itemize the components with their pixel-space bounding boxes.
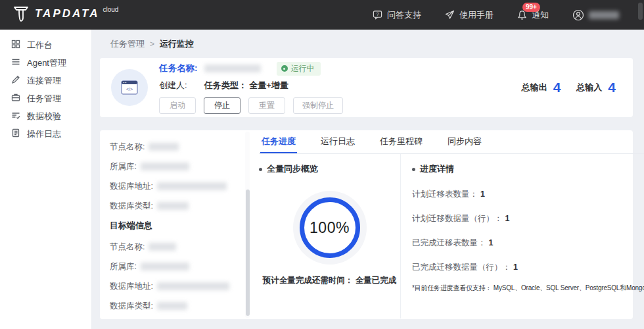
planned-tables-label: 计划迁移表数量： [412, 190, 478, 199]
dashboard-grid-icon [11, 39, 20, 51]
redacted-value [157, 302, 187, 310]
breadcrumb-parent[interactable]: 任务管理 [110, 38, 145, 50]
node-field-row: 节点名称: [110, 141, 250, 153]
task-type: 任务类型： 全量+增量 [204, 80, 288, 91]
notification-count-badge: 99+ [522, 3, 540, 12]
tab-milestones[interactable]: 任务里程碑 [379, 130, 424, 153]
sidebar-item-workbench[interactable]: 工作台 [0, 36, 91, 54]
node-field-row: 数据库类型: [110, 300, 250, 312]
sidebar-item-agent[interactable]: Agent管理 [0, 54, 91, 72]
svg-text:?: ? [376, 11, 379, 17]
tab-sync-content[interactable]: 同步内容 [446, 130, 483, 153]
completed-tables-row: 已完成迁移表数量：1 [412, 238, 644, 248]
data-check-icon [11, 111, 20, 122]
eta-line: 预计全量完成还需时间： 全量已完成 [259, 275, 400, 286]
progress-percent: 100% [310, 219, 350, 237]
node-field-row: 数据库地址: [110, 180, 250, 192]
overview-title: 全量同步概览 [267, 163, 318, 175]
node-panel-scrollbar[interactable] [245, 132, 250, 318]
task-detail-card: 节点名称: 所属库: 数据库地址: 数据库类型: 目标端信息 节点名称: 所属库… [100, 130, 633, 319]
briefcase-icon [11, 93, 20, 104]
total-input-value: 4 [608, 80, 616, 95]
logo-cloud-suffix: cloud [103, 6, 118, 13]
list-lines-icon [11, 57, 20, 68]
brand-logo[interactable]: TAPDATA cloud [13, 5, 118, 25]
header-nav: ? 问答支持 使用手册 99+ 通知 [373, 9, 619, 21]
logo-text: TAPDATA [35, 5, 99, 22]
progress-circle: 100% [293, 191, 367, 265]
progress-details: 进度详情 计划迁移表数量：1 计划迁移数据量（行）：1 已完成迁移表数量：1 已… [401, 154, 644, 318]
reset-button[interactable]: 重置 [248, 97, 285, 114]
breadcrumb-separator: > [150, 39, 154, 49]
bullet-icon [412, 168, 415, 171]
sidebar-item-label: 任务管理 [27, 93, 61, 105]
sidebar-item-logs[interactable]: 操作日志 [0, 125, 91, 143]
node-name-label: 节点名称: [110, 141, 145, 153]
progress-ring: 100% [300, 197, 360, 258]
sidebar-item-tasks[interactable]: 任务管理 [0, 89, 91, 107]
start-button[interactable]: 启动 [159, 97, 196, 114]
user-manual-link[interactable]: 使用手册 [445, 9, 494, 21]
sidebar-item-connections[interactable]: 连接管理 [0, 72, 91, 89]
planned-rows-row: 计划迁移数据量（行）：1 [412, 213, 644, 224]
task-type-label: 任务类型： [204, 80, 247, 90]
total-output: 总输出 4 [522, 80, 561, 95]
top-header: TAPDATA cloud ? 问答支持 使用手册 99+ 通知 [0, 0, 644, 30]
sidebar-item-validation[interactable]: 数据校验 [0, 107, 91, 125]
breadcrumb-current: 运行监控 [160, 38, 194, 50]
node-field-row: 数据库类型: [110, 200, 250, 212]
redacted-value [149, 143, 179, 151]
planned-tables-row: 计划迁移表数量：1 [412, 189, 644, 199]
planned-rows-value: 1 [505, 214, 510, 223]
notifications-button[interactable]: 99+ 通知 [517, 9, 549, 21]
sidebar-item-label: 操作日志 [27, 128, 61, 140]
running-status-icon [281, 65, 288, 72]
task-info: 任务名称: 运行中 创建人: 任务类型： 全量+增量 启动 停止 重置 强制停止 [159, 62, 522, 114]
tab-task-progress[interactable]: 任务进度 [260, 130, 297, 153]
status-badge-label: 运行中 [291, 63, 315, 74]
target-db-address-label: 数据库地址: [110, 281, 153, 292]
completed-rows-row: 已完成迁移数据量（行）：1 [412, 262, 644, 272]
svg-text:</>: </> [126, 87, 133, 91]
total-input-label: 总输入 [576, 82, 602, 93]
node-db-address-label: 数据库地址: [110, 181, 153, 192]
qa-support-link[interactable]: ? 问答支持 [373, 9, 421, 21]
node-db-type-label: 数据库类型: [110, 201, 153, 212]
bullet-icon [259, 168, 262, 171]
redacted-value [149, 243, 176, 251]
log-book-icon [11, 128, 20, 139]
force-stop-button[interactable]: 强制停止 [293, 97, 343, 114]
eta-label: 预计全量完成还需时间： [263, 276, 354, 285]
creator-label: 创建人: [159, 80, 187, 91]
node-field-row: 数据库地址: [110, 280, 250, 292]
user-manual-label: 使用手册 [459, 9, 494, 21]
node-info-panel: 节点名称: 所属库: 数据库地址: 数据库类型: 目标端信息 节点名称: 所属库… [100, 130, 250, 319]
question-bubble-icon: ? [373, 10, 382, 20]
redacted-value [141, 163, 189, 170]
node-field-row: 所属库: [110, 261, 250, 272]
completed-tables-value: 1 [489, 238, 494, 247]
node-field-row: 节点名称: [110, 241, 250, 253]
redacted-value [157, 282, 229, 290]
page-scrollbar-thumb[interactable] [638, 3, 643, 20]
completed-rows-label: 已完成迁移数据量（行）： [412, 263, 511, 272]
tab-run-logs[interactable]: 运行日志 [319, 130, 356, 153]
node-field-row: 所属库: [110, 161, 250, 172]
supported-databases-footnote: *目前任务进度查看仅支持： MySQL、Oracle、SQL Server、Po… [412, 284, 644, 293]
status-badge: 运行中 [277, 62, 321, 76]
task-summary-card: </> 任务名称: 运行中 创建人: 任务类型： 全量+增量 启动 停止 重置 … [100, 58, 633, 117]
io-totals: 总输出 4 总输入 4 [522, 80, 616, 95]
redacted-value [141, 263, 189, 270]
user-menu[interactable] [572, 9, 619, 21]
sidebar-item-label: 连接管理 [27, 75, 61, 87]
node-panel-scrollbar-thumb[interactable] [246, 190, 250, 316]
sidebar: 工作台 Agent管理 连接管理 任务管理 数据校验 操作日志 [0, 30, 92, 329]
task-name-label: 任务名称: [159, 63, 198, 74]
target-node-name-label: 节点名称: [110, 241, 145, 253]
task-avatar: </> [111, 69, 148, 106]
total-input: 总输入 4 [576, 80, 616, 95]
total-output-value: 4 [553, 80, 561, 95]
task-progress-content: 全量同步概览 100% 预计全量完成还需时间： 全量已完成 进度详情 [259, 154, 644, 318]
stop-button[interactable]: 停止 [204, 97, 241, 114]
total-output-label: 总输出 [522, 82, 547, 93]
